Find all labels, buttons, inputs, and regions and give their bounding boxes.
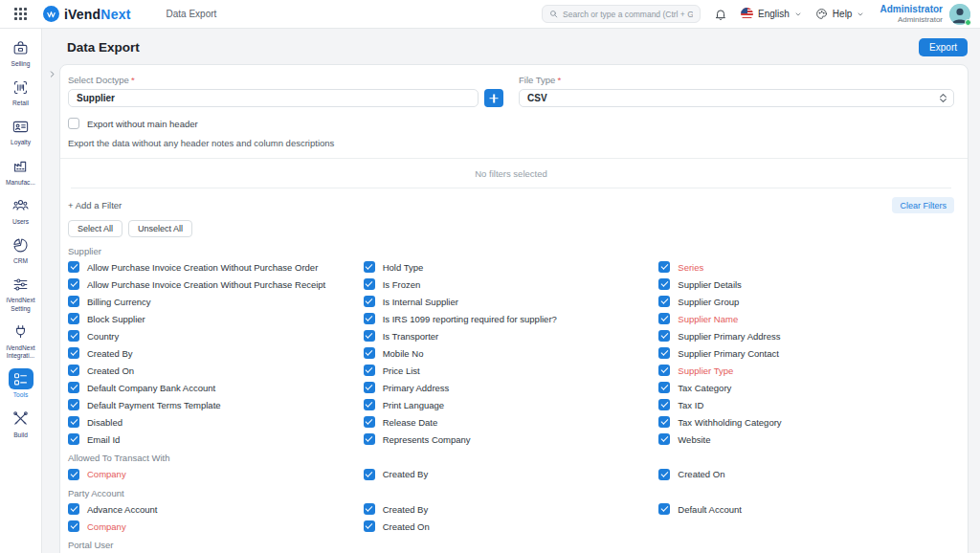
unselect-all-button[interactable]: Unselect All — [128, 220, 192, 237]
checkbox-checked-icon[interactable] — [68, 503, 79, 515]
checkbox-checked-icon[interactable] — [364, 313, 375, 324]
field-checkbox-row[interactable]: Created By — [68, 347, 364, 359]
field-checkbox-row[interactable]: Price List — [364, 365, 659, 376]
global-search[interactable] — [542, 5, 701, 23]
field-checkbox-row[interactable]: Default Account — [658, 503, 954, 515]
sidebar-item-ivendnext-integrati[interactable]: iVendNext Integrati... — [0, 318, 41, 365]
field-checkbox-row[interactable]: Release Date — [364, 416, 659, 428]
checkbox-checked-icon[interactable] — [658, 382, 670, 393]
sidebar-item-manufac[interactable]: Manufac... — [0, 152, 41, 191]
field-checkbox-row[interactable]: Company — [68, 469, 364, 480]
field-checkbox-row[interactable]: Print Language — [364, 399, 659, 410]
field-checkbox-row[interactable]: Created By — [364, 469, 659, 480]
checkbox-checked-icon[interactable] — [658, 313, 670, 324]
sidebar-item-selling[interactable]: Selling — [0, 33, 41, 73]
checkbox-checked-icon[interactable] — [658, 330, 670, 342]
field-checkbox-row[interactable]: Block Supplier — [68, 313, 364, 324]
avatar[interactable] — [949, 4, 970, 25]
checkbox-checked-icon[interactable] — [68, 416, 79, 428]
checkbox-checked-icon[interactable] — [658, 503, 670, 515]
checkbox-checked-icon[interactable] — [364, 520, 375, 532]
checkbox-checked-icon[interactable] — [68, 399, 79, 410]
field-checkbox-row[interactable]: Hold Type — [364, 261, 659, 273]
checkbox-checked-icon[interactable] — [68, 330, 79, 342]
checkbox-checked-icon[interactable] — [364, 347, 375, 359]
field-checkbox-row[interactable]: Tax Withholding Category — [658, 416, 954, 428]
field-checkbox-row[interactable]: Series — [658, 261, 954, 273]
field-checkbox-row[interactable]: Disabled — [68, 416, 364, 428]
checkbox-unchecked-icon[interactable] — [68, 118, 79, 129]
field-checkbox-row[interactable]: Is Frozen — [364, 278, 659, 290]
sidebar-item-tools[interactable]: Tools — [0, 365, 41, 404]
sidebar-item-ivendnext-setting[interactable]: iVendNext Setting — [0, 270, 41, 317]
field-checkbox-row[interactable]: Mobile No — [364, 347, 659, 359]
field-checkbox-row[interactable]: Tax ID — [658, 399, 954, 410]
checkbox-checked-icon[interactable] — [68, 469, 79, 480]
checkbox-checked-icon[interactable] — [68, 382, 79, 393]
field-checkbox-row[interactable]: Tax Category — [658, 382, 954, 393]
checkbox-checked-icon[interactable] — [658, 278, 670, 290]
sidebar-item-build[interactable]: Build — [0, 405, 41, 444]
field-checkbox-row[interactable]: Created On — [68, 365, 364, 376]
checkbox-checked-icon[interactable] — [364, 365, 375, 376]
checkbox-checked-icon[interactable] — [658, 365, 670, 376]
checkbox-checked-icon[interactable] — [68, 261, 79, 273]
checkbox-checked-icon[interactable] — [68, 365, 79, 376]
field-checkbox-row[interactable]: Is IRS 1099 reporting required for suppl… — [364, 313, 659, 324]
field-checkbox-row[interactable]: Created On — [364, 520, 659, 532]
checkbox-checked-icon[interactable] — [658, 399, 670, 410]
sidebar-item-crm[interactable]: CRM — [0, 231, 41, 270]
add-doctype-button[interactable] — [484, 89, 503, 107]
file-type-select[interactable]: CSV — [519, 89, 954, 107]
select-all-button[interactable]: Select All — [68, 220, 122, 237]
field-checkbox-row[interactable]: Supplier Primary Address — [658, 330, 954, 342]
field-checkbox-row[interactable]: Primary Address — [364, 382, 659, 393]
checkbox-checked-icon[interactable] — [364, 503, 375, 515]
field-checkbox-row[interactable]: Default Payment Terms Template — [68, 399, 364, 410]
field-checkbox-row[interactable]: Country — [68, 330, 364, 342]
field-checkbox-row[interactable]: Supplier Group — [658, 296, 954, 307]
field-checkbox-row[interactable]: Supplier Name — [658, 313, 954, 324]
field-checkbox-row[interactable]: Default Company Bank Account — [68, 382, 364, 393]
notification-bell-icon[interactable] — [714, 8, 727, 21]
sidebar-item-users[interactable]: Users — [0, 191, 41, 231]
sidebar-item-retail[interactable]: Retail — [0, 73, 41, 112]
field-checkbox-row[interactable]: Supplier Details — [658, 278, 954, 290]
field-checkbox-row[interactable]: Billing Currency — [68, 296, 364, 307]
search-input[interactable] — [563, 10, 693, 19]
user-menu[interactable]: Administrator Administrator — [880, 4, 970, 25]
field-checkbox-row[interactable]: Is Internal Supplier — [364, 296, 659, 307]
language-selector[interactable]: English — [741, 8, 802, 20]
field-checkbox-row[interactable]: Supplier Type — [658, 365, 954, 376]
checkbox-checked-icon[interactable] — [658, 416, 670, 428]
checkbox-checked-icon[interactable] — [68, 433, 79, 445]
checkbox-checked-icon[interactable] — [658, 347, 670, 359]
checkbox-checked-icon[interactable] — [68, 520, 79, 532]
brand-logo[interactable]: iVendNext — [43, 6, 131, 22]
checkbox-checked-icon[interactable] — [364, 399, 375, 410]
help-menu[interactable]: Help — [815, 8, 865, 20]
checkbox-checked-icon[interactable] — [364, 469, 375, 480]
expand-sidebar-chevron-icon[interactable] — [48, 70, 56, 78]
add-filter-link[interactable]: + Add a Filter — [68, 200, 122, 210]
field-checkbox-row[interactable]: Supplier Primary Contact — [658, 347, 954, 359]
checkbox-checked-icon[interactable] — [68, 313, 79, 324]
clear-filters-button[interactable]: Clear Filters — [892, 197, 954, 213]
checkbox-checked-icon[interactable] — [68, 347, 79, 359]
checkbox-checked-icon[interactable] — [364, 278, 375, 290]
checkbox-checked-icon[interactable] — [364, 261, 375, 273]
checkbox-checked-icon[interactable] — [658, 469, 670, 480]
checkbox-checked-icon[interactable] — [68, 278, 79, 290]
checkbox-checked-icon[interactable] — [364, 330, 375, 342]
checkbox-checked-icon[interactable] — [658, 296, 670, 307]
checkbox-checked-icon[interactable] — [364, 382, 375, 393]
app-grid-icon[interactable] — [14, 8, 27, 20]
checkbox-checked-icon[interactable] — [364, 433, 375, 445]
field-checkbox-row[interactable]: Allow Purchase Invoice Creation Without … — [68, 261, 364, 273]
checkbox-checked-icon[interactable] — [658, 261, 670, 273]
field-checkbox-row[interactable]: Is Transporter — [364, 330, 659, 342]
field-checkbox-row[interactable]: Advance Account — [68, 503, 364, 515]
field-checkbox-row[interactable]: Created By — [364, 503, 659, 515]
checkbox-checked-icon[interactable] — [364, 296, 375, 307]
checkbox-checked-icon[interactable] — [68, 296, 79, 307]
